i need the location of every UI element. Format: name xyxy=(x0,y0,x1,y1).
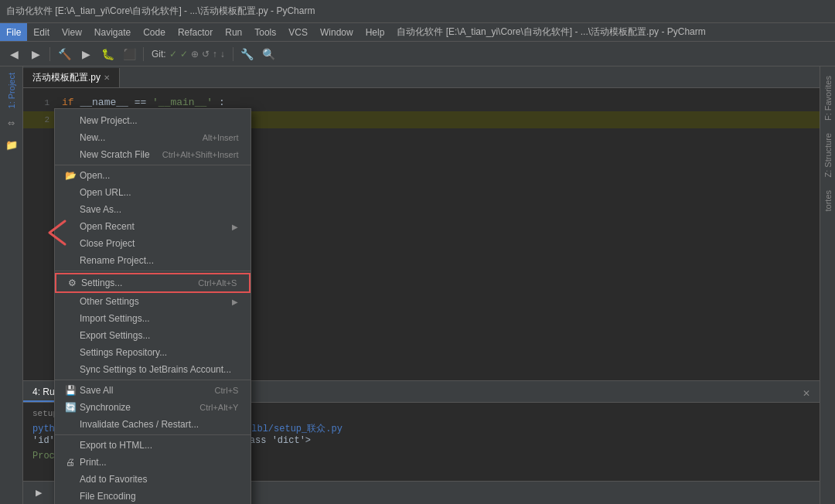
menu-add-favorites[interactable]: Add to Favorites xyxy=(55,471,250,488)
sep-1 xyxy=(55,165,250,165)
menu-export-settings[interactable]: Export Settings... xyxy=(55,327,250,344)
open-recent-label: Open Recent xyxy=(80,221,226,232)
line-num-2: 2 xyxy=(23,112,56,128)
sep-4 xyxy=(55,434,250,435)
synchronize-shortcut: Ctrl+Alt+Y xyxy=(199,403,238,412)
menu-custom[interactable]: 自动化软件 [E:\A_tian_yi\Core\自动化软件] - ...\活动… xyxy=(390,23,711,41)
new-shortcut: Alt+Insert xyxy=(203,133,239,142)
right-tab-tortes[interactable]: tortes xyxy=(822,184,834,218)
sep-3 xyxy=(55,380,250,380)
toolbar-stop-btn[interactable]: ⬛ xyxy=(120,45,138,63)
toolbar-sep-1 xyxy=(49,47,50,61)
title-bar: 自动化软件 [E:\A_tian_yi\Core\自动化软件] - ...\活动… xyxy=(0,0,835,23)
left-sidebar: 1: Project ⇔ 📁 xyxy=(0,66,23,504)
menu-settings[interactable]: ⚙ Settings... Ctrl+Alt+S xyxy=(55,273,250,293)
new-label: New... xyxy=(80,132,190,143)
git-push-icon[interactable]: ↑ xyxy=(213,49,217,60)
title-text: 自动化软件 [E:\A_tian_yi\Core\自动化软件] - ...\活动… xyxy=(6,5,315,18)
menu-new[interactable]: New... Alt+Insert xyxy=(55,129,250,146)
toolbar-git: Git: ✓ ✓ ⊕ ↺ ↑ ↓ xyxy=(148,49,228,60)
settings-repo-label: Settings Repository... xyxy=(80,347,238,358)
right-tab-favorites[interactable]: F: Favorites xyxy=(822,70,834,127)
main-layout: 1: Project ⇔ 📁 活动模板配置.py ✕ 1 if __name__… xyxy=(0,66,835,504)
git-label: Git: xyxy=(152,49,166,60)
editor-tab-active[interactable]: 活动模板配置.py ✕ xyxy=(23,68,120,87)
toolbar-wrench-btn[interactable]: 🔧 xyxy=(238,45,257,63)
menu-rename-project[interactable]: Rename Project... xyxy=(55,252,250,269)
open-recent-arrow: ▶ xyxy=(232,223,238,231)
git-revert-icon[interactable]: ↺ xyxy=(202,49,210,60)
menu-print[interactable]: 🖨 Print... xyxy=(55,454,250,471)
menu-open[interactable]: 📂 Open... xyxy=(55,167,250,184)
code-string-main: '__main__' xyxy=(152,97,213,108)
bottom-close-btn[interactable]: ✕ xyxy=(793,385,820,402)
close-project-label: Close Project xyxy=(80,238,238,249)
other-settings-label: Other Settings xyxy=(80,296,226,307)
menu-vcs[interactable]: VCS xyxy=(282,23,314,41)
menu-other-settings[interactable]: Other Settings ▶ xyxy=(55,293,250,310)
menu-synchronize[interactable]: 🔄 Synchronize Ctrl+Alt+Y xyxy=(55,399,250,416)
menu-file-encoding[interactable]: File Encoding xyxy=(55,488,250,504)
right-tab-structure[interactable]: Z: Structure xyxy=(822,127,834,183)
menu-close-project[interactable]: Close Project xyxy=(55,235,250,252)
menu-open-recent[interactable]: Open Recent ▶ xyxy=(55,218,250,235)
sync-settings-label: Sync Settings to JetBrains Account... xyxy=(80,364,238,375)
menu-refactor[interactable]: Refactor xyxy=(172,23,219,41)
menu-save-all[interactable]: 💾 Save All Ctrl+S xyxy=(55,382,250,399)
toolbar-back-btn[interactable]: ◀ xyxy=(5,45,23,63)
toolbar-forward-btn[interactable]: ▶ xyxy=(26,45,45,63)
toolbar: ◀ ▶ 🔨 ▶ 🐛 ⬛ Git: ✓ ✓ ⊕ ↺ ↑ ↓ 🔧 🔍 xyxy=(0,42,835,66)
right-sidebar: F: Favorites Z: Structure tortes xyxy=(820,66,835,504)
save-all-shortcut: Ctrl+S xyxy=(215,386,239,395)
synchronize-icon: 🔄 xyxy=(64,402,77,413)
menu-settings-repo[interactable]: Settings Repository... xyxy=(55,344,250,361)
toolbar-debug-btn[interactable]: 🐛 xyxy=(98,45,117,63)
line-num-1: 1 xyxy=(23,95,56,111)
menu-sync-settings[interactable]: Sync Settings to JetBrains Account... xyxy=(55,361,250,378)
menu-file[interactable]: File xyxy=(0,23,27,41)
menu-run[interactable]: Run xyxy=(219,23,248,41)
menu-window[interactable]: Window xyxy=(314,23,360,41)
menu-invalidate-caches[interactable]: Invalidate Caches / Restart... xyxy=(55,416,250,433)
menu-export-html[interactable]: Export to HTML... xyxy=(55,437,250,454)
tab-label: 活动模板配置.py xyxy=(32,71,101,84)
toolbar-sep-3 xyxy=(233,47,233,61)
menu-new-scratch[interactable]: New Scratch File Ctrl+Alt+Shift+Insert xyxy=(55,146,250,163)
git-check2: ✓ xyxy=(180,49,188,60)
git-icon1[interactable]: ⊕ xyxy=(191,49,199,60)
toolbar-search-btn[interactable]: 🔍 xyxy=(260,45,278,63)
settings-label: Settings... xyxy=(81,278,186,288)
tab-close-icon[interactable]: ✕ xyxy=(104,73,110,82)
menu-new-project[interactable]: New Project... xyxy=(55,112,250,129)
menu-view[interactable]: View xyxy=(56,23,88,41)
sidebar-project-icon[interactable]: 1: Project xyxy=(2,70,22,111)
menu-open-url[interactable]: Open URL... xyxy=(55,184,250,201)
add-favorites-label: Add to Favorites xyxy=(80,474,238,485)
sep-2 xyxy=(55,271,250,271)
menu-tools[interactable]: Tools xyxy=(248,23,282,41)
print-label: Print... xyxy=(80,457,238,468)
menu-edit[interactable]: Edit xyxy=(27,23,56,41)
export-html-label: Export to HTML... xyxy=(80,440,238,451)
toolbar-sep-2 xyxy=(143,47,144,61)
menu-code[interactable]: Code xyxy=(137,23,172,41)
open-label: Open... xyxy=(80,170,238,181)
save-all-label: Save All xyxy=(80,385,203,396)
other-settings-arrow: ▶ xyxy=(232,298,238,306)
menu-navigate[interactable]: Navigate xyxy=(88,23,137,41)
toolbar-build-btn[interactable]: 🔨 xyxy=(55,45,73,63)
menu-help[interactable]: Help xyxy=(360,23,391,41)
save-all-icon: 💾 xyxy=(64,385,77,396)
menu-save-as[interactable]: Save As... xyxy=(55,201,250,218)
dropdown-menu-container: New Project... New... Alt+Insert New Scr… xyxy=(54,108,251,504)
file-dropdown-menu: New Project... New... Alt+Insert New Scr… xyxy=(54,108,251,504)
toolbar-run-btn[interactable]: ▶ xyxy=(77,45,95,63)
menu-import-settings[interactable]: Import Settings... xyxy=(55,310,250,327)
rename-project-label: Rename Project... xyxy=(80,255,238,266)
code-text-1: __name__ == xyxy=(80,97,152,108)
git-fetch-icon[interactable]: ↓ xyxy=(220,49,225,60)
sidebar-icon-2[interactable]: ⇔ xyxy=(2,113,22,133)
save-as-label: Save As... xyxy=(80,204,238,215)
bottom-run-btn[interactable]: ▶ xyxy=(29,484,48,502)
sidebar-icon-3[interactable]: 📁 xyxy=(2,135,22,155)
